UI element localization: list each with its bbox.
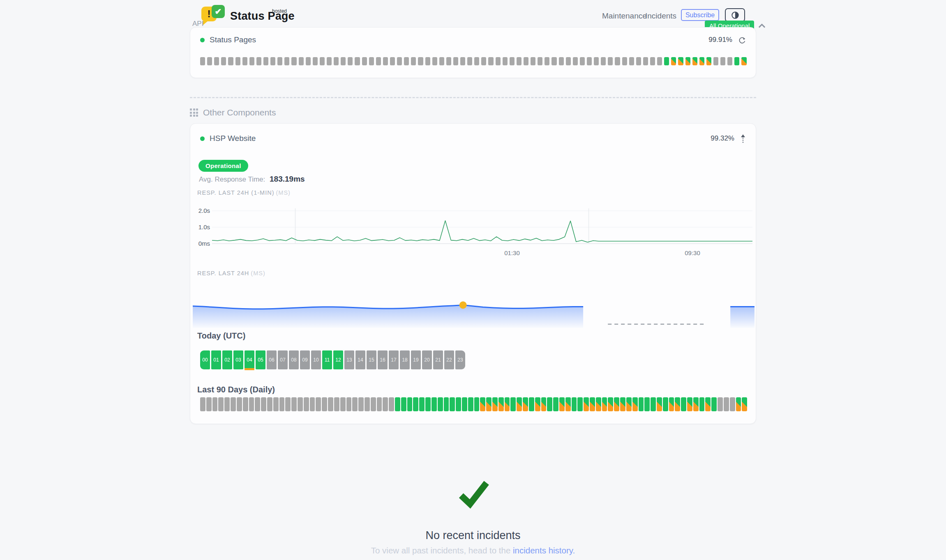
hour-block-18[interactable]: 18 bbox=[400, 350, 410, 369]
uptime-segment[interactable] bbox=[510, 57, 515, 65]
uptime-segment[interactable] bbox=[720, 57, 725, 65]
uptime-segment[interactable] bbox=[584, 397, 589, 411]
uptime-segment[interactable] bbox=[553, 397, 558, 411]
uptime-segment[interactable] bbox=[636, 57, 641, 65]
uptime-segment[interactable] bbox=[629, 57, 634, 65]
uptime-segment[interactable] bbox=[699, 57, 704, 65]
uptime-segment[interactable] bbox=[596, 397, 601, 411]
subscribe-button[interactable]: Subscribe bbox=[681, 9, 719, 21]
uptime-segment[interactable] bbox=[590, 397, 595, 411]
nav-maintenance[interactable]: Maintenance bbox=[602, 12, 647, 21]
uptime-segment[interactable] bbox=[727, 57, 732, 65]
uptime-segment[interactable] bbox=[622, 57, 627, 65]
uptime-segment[interactable] bbox=[390, 57, 395, 65]
uptime-segment[interactable] bbox=[547, 397, 552, 411]
uptime-segment[interactable] bbox=[711, 397, 717, 411]
uptime-segment[interactable] bbox=[450, 397, 455, 411]
uptime-segment[interactable] bbox=[285, 397, 291, 411]
uptime-segment[interactable] bbox=[383, 397, 388, 411]
uptime-segment[interactable] bbox=[460, 57, 465, 65]
hour-block-20[interactable]: 20 bbox=[422, 350, 432, 369]
hour-block-17[interactable]: 17 bbox=[389, 350, 399, 369]
hour-block-16[interactable]: 16 bbox=[378, 350, 388, 369]
uptime-segment[interactable] bbox=[620, 397, 625, 411]
uptime-segment[interactable] bbox=[407, 397, 413, 411]
hour-block-03[interactable]: 03 bbox=[233, 350, 243, 369]
uptime-segment[interactable] bbox=[397, 57, 402, 65]
uptime-segment[interactable] bbox=[358, 397, 364, 411]
uptime-segment[interactable] bbox=[298, 397, 303, 411]
uptime-segment[interactable] bbox=[481, 57, 486, 65]
uptime-segment[interactable] bbox=[523, 397, 528, 411]
uptime-segment[interactable] bbox=[263, 57, 268, 65]
uptime-segment[interactable] bbox=[467, 57, 472, 65]
uptime-segment[interactable] bbox=[320, 57, 325, 65]
uptime-segment[interactable] bbox=[651, 397, 656, 411]
hour-block-09[interactable]: 09 bbox=[300, 350, 310, 369]
uptime-segment[interactable] bbox=[681, 397, 686, 411]
uptime-segment[interactable] bbox=[200, 57, 205, 65]
uptime-segment[interactable] bbox=[328, 397, 333, 411]
uptime-segment[interactable] bbox=[306, 57, 311, 65]
uptime-segment[interactable] bbox=[535, 397, 540, 411]
uptime-segment[interactable] bbox=[480, 397, 485, 411]
uptime-segment[interactable] bbox=[643, 57, 648, 65]
uptime-segment[interactable] bbox=[573, 57, 578, 65]
uptime-segment[interactable] bbox=[538, 57, 542, 65]
uptime-segment[interactable] bbox=[371, 397, 376, 411]
uptime-segment[interactable] bbox=[706, 57, 711, 65]
hour-block-12[interactable]: 12 bbox=[333, 350, 343, 369]
uptime-segment[interactable] bbox=[559, 397, 565, 411]
uptime-segment[interactable] bbox=[228, 57, 233, 65]
uptime-segment[interactable] bbox=[517, 397, 522, 411]
uptime-segment[interactable] bbox=[365, 397, 370, 411]
uptime-segment[interactable] bbox=[334, 57, 339, 65]
uptime-segment[interactable] bbox=[734, 57, 739, 65]
uptime-segment[interactable] bbox=[671, 57, 676, 65]
uptime-segment[interactable] bbox=[270, 57, 275, 65]
uptime-segment[interactable] bbox=[355, 57, 360, 65]
uptime-segment[interactable] bbox=[419, 397, 425, 411]
brand-logo[interactable]: ! ✔ Status Page hosted bbox=[201, 5, 295, 25]
uptime-segment[interactable] bbox=[352, 397, 358, 411]
uptime-segment[interactable] bbox=[235, 57, 240, 65]
uptime-segment[interactable] bbox=[510, 397, 516, 411]
uptime-segment[interactable] bbox=[214, 57, 219, 65]
uptime-segment[interactable] bbox=[418, 57, 423, 65]
uptime-segment[interactable] bbox=[608, 397, 613, 411]
uptime-segment[interactable] bbox=[632, 397, 638, 411]
uptime-segment[interactable] bbox=[565, 397, 571, 411]
uptime-segment[interactable] bbox=[401, 397, 406, 411]
uptime-segment[interactable] bbox=[692, 57, 697, 65]
uptime-segment[interactable] bbox=[413, 397, 418, 411]
uptime-segment[interactable] bbox=[468, 397, 473, 411]
uptime-segment[interactable] bbox=[626, 397, 632, 411]
hour-block-13[interactable]: 13 bbox=[344, 350, 354, 369]
uptime-segment[interactable] bbox=[503, 57, 508, 65]
uptime-segment[interactable] bbox=[742, 397, 747, 411]
uptime-segment[interactable] bbox=[577, 397, 583, 411]
uptime-segment[interactable] bbox=[425, 57, 430, 65]
uptime-segment[interactable] bbox=[580, 57, 585, 65]
uptime-segment[interactable] bbox=[291, 397, 297, 411]
hour-block-21[interactable]: 21 bbox=[433, 350, 443, 369]
collapse-up-arrow-icon[interactable] bbox=[740, 134, 746, 143]
uptime-segment[interactable] bbox=[348, 57, 353, 65]
uptime-segment[interactable] bbox=[322, 397, 327, 411]
uptime-segment[interactable] bbox=[614, 397, 619, 411]
uptime-segment[interactable] bbox=[663, 397, 668, 411]
uptime-segment[interactable] bbox=[327, 57, 332, 65]
uptime-segment[interactable] bbox=[340, 397, 346, 411]
uptime-segment[interactable] bbox=[389, 397, 394, 411]
uptime-segment[interactable] bbox=[291, 57, 296, 65]
uptime-segment[interactable] bbox=[431, 397, 437, 411]
uptime-segment[interactable] bbox=[243, 397, 248, 411]
uptime-segment[interactable] bbox=[693, 397, 699, 411]
uptime-segment[interactable] bbox=[425, 397, 431, 411]
hour-block-11[interactable]: 11 bbox=[322, 350, 332, 369]
refresh-icon[interactable] bbox=[738, 36, 746, 44]
hour-block-10[interactable]: 10 bbox=[311, 350, 321, 369]
uptime-segment[interactable] bbox=[341, 57, 346, 65]
uptime-segment[interactable] bbox=[261, 397, 266, 411]
uptime-segment[interactable] bbox=[334, 397, 339, 411]
